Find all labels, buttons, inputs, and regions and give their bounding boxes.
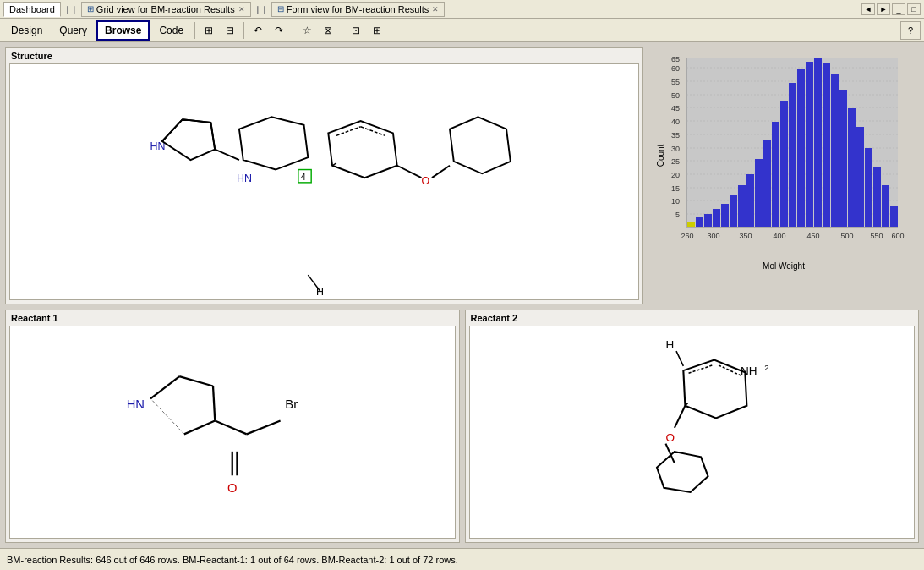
svg-text:400: 400 bbox=[773, 232, 785, 240]
svg-rect-71 bbox=[882, 185, 889, 227]
window-controls: ◄ ► _ □ bbox=[861, 3, 921, 15]
svg-marker-10 bbox=[328, 121, 396, 178]
svg-text:H: H bbox=[665, 338, 674, 351]
histogram-wrapper: Count 5 10 15 bbox=[661, 54, 906, 257]
menu-browse[interactable]: Browse bbox=[96, 20, 150, 41]
structure-title: Structure bbox=[6, 48, 642, 63]
toolbar-save-btn[interactable]: ⊡ bbox=[346, 21, 366, 40]
structure-svg: HN HN 4 bbox=[10, 64, 638, 299]
structure-body: HN HN 4 bbox=[9, 63, 639, 300]
svg-line-99 bbox=[688, 365, 712, 373]
chart-inner: Count 5 10 15 bbox=[648, 47, 919, 304]
menu-design[interactable]: Design bbox=[3, 21, 50, 40]
svg-rect-68 bbox=[856, 127, 864, 227]
svg-rect-54 bbox=[738, 185, 746, 227]
title-bar: Dashboard ❙❙ ⊞ Grid view for BM-reaction… bbox=[0, 0, 924, 19]
svg-text:55: 55 bbox=[671, 78, 680, 86]
svg-rect-64 bbox=[823, 63, 830, 227]
svg-text:300: 300 bbox=[707, 232, 719, 240]
reactant1-body: HN O Br bbox=[9, 326, 456, 539]
svg-marker-105 bbox=[657, 452, 708, 492]
form-view-tab[interactable]: ⊟ Form view for BM-reaction Results ✕ bbox=[271, 2, 446, 17]
help-button[interactable]: ? bbox=[900, 21, 921, 40]
svg-marker-98 bbox=[683, 359, 746, 418]
menu-query[interactable]: Query bbox=[52, 21, 95, 40]
svg-rect-72 bbox=[890, 206, 898, 227]
svg-rect-59 bbox=[780, 101, 788, 227]
svg-text:25: 25 bbox=[671, 157, 680, 166]
toolbar-table-btn[interactable]: ⊠ bbox=[318, 21, 338, 40]
svg-text:Br: Br bbox=[285, 397, 298, 410]
forward-button[interactable]: ► bbox=[877, 3, 890, 15]
top-row: Structure HN HN bbox=[5, 47, 919, 304]
svg-line-3 bbox=[183, 119, 211, 123]
svg-line-4 bbox=[210, 123, 215, 150]
svg-line-102 bbox=[674, 406, 685, 428]
toolbar-grid-btn[interactable]: ⊞ bbox=[199, 21, 219, 40]
back-button[interactable]: ◄ bbox=[861, 3, 875, 15]
svg-text:35: 35 bbox=[671, 131, 680, 140]
svg-line-19 bbox=[308, 275, 320, 291]
svg-rect-57 bbox=[763, 140, 771, 227]
svg-text:30: 30 bbox=[671, 145, 680, 153]
expand-button[interactable]: □ bbox=[907, 3, 921, 15]
y-axis-label: Count bbox=[656, 145, 665, 167]
svg-line-2 bbox=[162, 119, 183, 141]
chart-panel: Count 5 10 15 bbox=[648, 47, 919, 304]
svg-text:2: 2 bbox=[764, 364, 768, 372]
toolbar-group-4: ⊡ ⊞ bbox=[346, 21, 387, 40]
dashboard-tab[interactable]: Dashboard bbox=[3, 2, 61, 17]
tab1-close[interactable]: ✕ bbox=[238, 5, 245, 14]
toolbar-star-btn[interactable]: ☆ bbox=[297, 21, 317, 40]
svg-rect-65 bbox=[831, 74, 839, 227]
svg-rect-73 bbox=[687, 222, 695, 227]
svg-text:HN: HN bbox=[127, 397, 145, 410]
structure-panel: Structure HN HN bbox=[5, 47, 643, 304]
svg-rect-62 bbox=[806, 62, 813, 227]
svg-text:20: 20 bbox=[671, 171, 680, 179]
toolbar-group-2: ↶ ↷ bbox=[248, 21, 289, 40]
tab2-close[interactable]: ✕ bbox=[432, 5, 439, 14]
toolbar-group-1: ⊞ ⊟ bbox=[199, 21, 240, 40]
svg-text:HN: HN bbox=[237, 173, 252, 184]
svg-text:600: 600 bbox=[891, 232, 904, 240]
toolbar-undo-btn[interactable]: ↶ bbox=[248, 21, 268, 40]
svg-text:15: 15 bbox=[671, 184, 680, 193]
svg-rect-69 bbox=[865, 148, 872, 227]
svg-marker-17 bbox=[450, 117, 511, 173]
svg-text:45: 45 bbox=[671, 104, 680, 112]
svg-rect-70 bbox=[873, 167, 881, 227]
svg-rect-49 bbox=[696, 217, 703, 227]
minimize-button[interactable]: _ bbox=[892, 3, 905, 15]
grid-icon: ⊞ bbox=[87, 4, 94, 14]
svg-text:10: 10 bbox=[671, 197, 680, 206]
form-icon: ⊟ bbox=[277, 4, 284, 14]
svg-text:O: O bbox=[665, 430, 675, 443]
svg-text:40: 40 bbox=[671, 118, 680, 126]
svg-text:65: 65 bbox=[671, 55, 680, 63]
x-axis-label: Mol Weight bbox=[661, 261, 906, 271]
menu-code[interactable]: Code bbox=[151, 21, 191, 40]
svg-rect-56 bbox=[755, 159, 763, 227]
svg-text:60: 60 bbox=[671, 64, 680, 73]
reactant2-body: H NH 2 O bbox=[469, 326, 916, 539]
svg-text:450: 450 bbox=[806, 232, 819, 240]
svg-line-86 bbox=[184, 420, 215, 434]
menu-separator-3 bbox=[293, 22, 293, 39]
toolbar-export-btn[interactable]: ⊞ bbox=[367, 21, 387, 40]
toolbar-group-3: ☆ ⊠ bbox=[297, 21, 338, 40]
svg-line-84 bbox=[179, 376, 213, 386]
main-content: Structure HN HN bbox=[0, 42, 924, 548]
grid-view-tab[interactable]: ⊞ Grid view for BM-reaction Results ✕ bbox=[81, 2, 251, 17]
toolbar-redo-btn[interactable]: ↷ bbox=[269, 21, 289, 40]
svg-text:260: 260 bbox=[681, 232, 693, 240]
svg-rect-50 bbox=[704, 214, 712, 227]
svg-line-14 bbox=[397, 166, 422, 178]
svg-line-87 bbox=[150, 398, 184, 434]
svg-rect-63 bbox=[814, 58, 822, 227]
svg-text:50: 50 bbox=[671, 91, 680, 100]
reactant1-title: Reactant 1 bbox=[6, 310, 459, 326]
svg-text:4: 4 bbox=[301, 172, 306, 182]
status-text: BM-reaction Results: 646 out of 646 rows… bbox=[7, 555, 458, 565]
toolbar-form-btn[interactable]: ⊟ bbox=[220, 21, 240, 40]
